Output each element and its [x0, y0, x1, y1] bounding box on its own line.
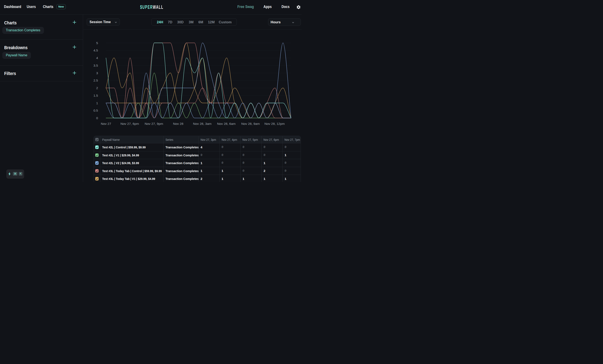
svg-text:Nov 28, 6am: Nov 28, 6am: [217, 122, 236, 125]
svg-text:0.5: 0.5: [93, 109, 98, 112]
svg-text:4.5: 4.5: [93, 48, 98, 52]
svg-text:1: 1: [96, 101, 98, 105]
svg-text:3.5: 3.5: [93, 64, 98, 67]
svg-text:2: 2: [96, 86, 98, 90]
svg-text:4: 4: [96, 56, 98, 60]
svg-text:Nov 27, 9pm: Nov 27, 9pm: [145, 122, 163, 125]
svg-text:3: 3: [96, 71, 98, 75]
svg-text:Nov 28, 9am: Nov 28, 9am: [241, 122, 260, 125]
svg-text:Nov 28, 3am: Nov 28, 3am: [193, 122, 211, 125]
svg-text:Nov 27: Nov 27: [101, 122, 111, 125]
svg-text:Nov 28, 12pm: Nov 28, 12pm: [265, 122, 285, 125]
svg-text:Nov 27, 6pm: Nov 27, 6pm: [120, 122, 139, 125]
svg-text:Nov 28: Nov 28: [173, 122, 183, 125]
svg-text:1.5: 1.5: [93, 94, 98, 97]
svg-text:5: 5: [96, 41, 98, 45]
svg-text:2.5: 2.5: [93, 79, 98, 82]
svg-text:0: 0: [96, 116, 98, 120]
